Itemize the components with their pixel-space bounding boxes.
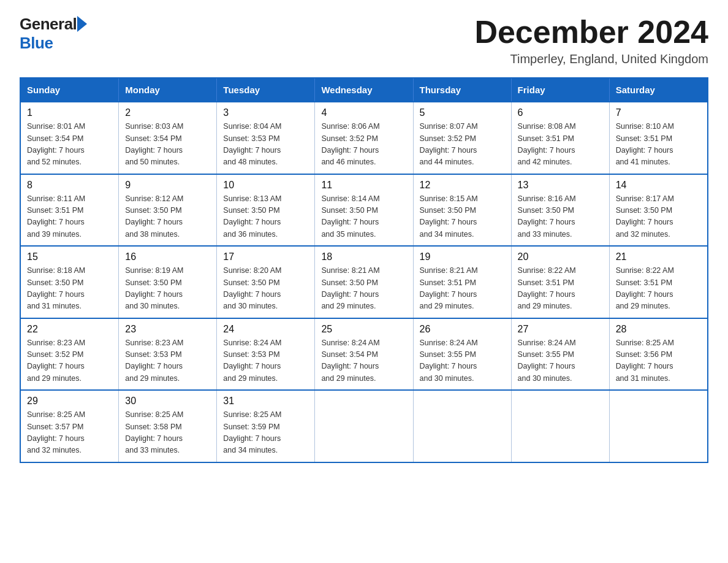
day-of-week-header: Saturday xyxy=(609,78,708,102)
calendar-day-cell: 13Sunrise: 8:16 AMSunset: 3:50 PMDayligh… xyxy=(511,174,609,247)
calendar-day-cell: 20Sunrise: 8:22 AMSunset: 3:51 PMDayligh… xyxy=(511,246,609,318)
day-info: Sunrise: 8:17 AMSunset: 3:50 PMDaylight:… xyxy=(616,193,701,241)
day-number: 2 xyxy=(125,107,210,118)
day-number: 7 xyxy=(616,107,701,118)
logo-chevron-icon xyxy=(77,16,87,32)
day-of-week-header: Monday xyxy=(119,78,217,102)
day-info: Sunrise: 8:11 AMSunset: 3:51 PMDaylight:… xyxy=(27,193,112,241)
day-number: 13 xyxy=(518,180,603,191)
day-info: Sunrise: 8:13 AMSunset: 3:50 PMDaylight:… xyxy=(223,193,308,241)
day-number: 6 xyxy=(518,107,603,118)
logo: General Blue xyxy=(20,15,88,53)
calendar-week-row: 8Sunrise: 8:11 AMSunset: 3:51 PMDaylight… xyxy=(20,174,708,247)
day-number: 30 xyxy=(125,396,210,407)
day-of-week-header: Thursday xyxy=(413,78,511,102)
calendar-day-cell xyxy=(609,390,708,462)
calendar-week-row: 1Sunrise: 8:01 AMSunset: 3:54 PMDaylight… xyxy=(20,102,708,174)
calendar-day-cell: 12Sunrise: 8:15 AMSunset: 3:50 PMDayligh… xyxy=(413,174,511,247)
day-number: 14 xyxy=(616,180,701,191)
calendar-day-cell: 28Sunrise: 8:25 AMSunset: 3:56 PMDayligh… xyxy=(609,318,708,391)
day-info: Sunrise: 8:21 AMSunset: 3:51 PMDaylight:… xyxy=(420,265,505,313)
day-info: Sunrise: 8:19 AMSunset: 3:50 PMDaylight:… xyxy=(125,265,210,313)
day-info: Sunrise: 8:06 AMSunset: 3:52 PMDaylight:… xyxy=(321,121,406,169)
location: Timperley, England, United Kingdom xyxy=(474,52,708,66)
day-number: 24 xyxy=(223,324,308,335)
day-number: 15 xyxy=(27,251,112,262)
day-number: 8 xyxy=(27,180,112,191)
calendar-day-cell: 5Sunrise: 8:07 AMSunset: 3:52 PMDaylight… xyxy=(413,102,511,174)
day-info: Sunrise: 8:21 AMSunset: 3:50 PMDaylight:… xyxy=(321,265,406,313)
title-block: December 2024 Timperley, England, United… xyxy=(474,15,708,66)
calendar-day-cell: 11Sunrise: 8:14 AMSunset: 3:50 PMDayligh… xyxy=(315,174,413,247)
calendar-table: SundayMondayTuesdayWednesdayThursdayFrid… xyxy=(20,77,708,463)
day-number: 23 xyxy=(125,324,210,335)
day-number: 19 xyxy=(420,251,505,262)
day-number: 28 xyxy=(616,324,701,335)
day-number: 10 xyxy=(223,180,308,191)
day-info: Sunrise: 8:12 AMSunset: 3:50 PMDaylight:… xyxy=(125,193,210,241)
calendar-day-cell xyxy=(315,390,413,462)
calendar-day-cell: 16Sunrise: 8:19 AMSunset: 3:50 PMDayligh… xyxy=(119,246,217,318)
day-info: Sunrise: 8:25 AMSunset: 3:58 PMDaylight:… xyxy=(125,409,210,457)
calendar-day-cell: 24Sunrise: 8:24 AMSunset: 3:53 PMDayligh… xyxy=(217,318,315,391)
day-number: 12 xyxy=(420,180,505,191)
day-number: 20 xyxy=(518,251,603,262)
day-number: 22 xyxy=(27,324,112,335)
calendar-day-cell: 22Sunrise: 8:23 AMSunset: 3:52 PMDayligh… xyxy=(20,318,119,391)
day-number: 3 xyxy=(223,107,308,118)
day-number: 4 xyxy=(321,107,406,118)
day-number: 9 xyxy=(125,180,210,191)
day-info: Sunrise: 8:23 AMSunset: 3:53 PMDaylight:… xyxy=(125,337,210,385)
day-of-week-header: Wednesday xyxy=(315,78,413,102)
calendar-header-row: SundayMondayTuesdayWednesdayThursdayFrid… xyxy=(20,78,708,102)
day-of-week-header: Tuesday xyxy=(217,78,315,102)
calendar-day-cell xyxy=(511,390,609,462)
day-number: 21 xyxy=(616,251,701,262)
calendar-day-cell: 31Sunrise: 8:25 AMSunset: 3:59 PMDayligh… xyxy=(217,390,315,462)
calendar-day-cell: 3Sunrise: 8:04 AMSunset: 3:53 PMDaylight… xyxy=(217,102,315,174)
day-number: 11 xyxy=(321,180,406,191)
calendar-week-row: 15Sunrise: 8:18 AMSunset: 3:50 PMDayligh… xyxy=(20,246,708,318)
calendar-day-cell: 21Sunrise: 8:22 AMSunset: 3:51 PMDayligh… xyxy=(609,246,708,318)
calendar-day-cell: 23Sunrise: 8:23 AMSunset: 3:53 PMDayligh… xyxy=(119,318,217,391)
logo-general-text: General xyxy=(20,15,77,34)
calendar-day-cell: 17Sunrise: 8:20 AMSunset: 3:50 PMDayligh… xyxy=(217,246,315,318)
day-number: 29 xyxy=(27,396,112,407)
day-info: Sunrise: 8:10 AMSunset: 3:51 PMDaylight:… xyxy=(616,121,701,169)
day-info: Sunrise: 8:24 AMSunset: 3:54 PMDaylight:… xyxy=(321,337,406,385)
day-info: Sunrise: 8:22 AMSunset: 3:51 PMDaylight:… xyxy=(518,265,603,313)
logo-blue-text: Blue xyxy=(20,34,53,52)
day-number: 18 xyxy=(321,251,406,262)
day-info: Sunrise: 8:01 AMSunset: 3:54 PMDaylight:… xyxy=(27,121,112,169)
day-info: Sunrise: 8:22 AMSunset: 3:51 PMDaylight:… xyxy=(616,265,701,313)
day-info: Sunrise: 8:25 AMSunset: 3:57 PMDaylight:… xyxy=(27,409,112,457)
day-number: 5 xyxy=(420,107,505,118)
calendar-day-cell: 1Sunrise: 8:01 AMSunset: 3:54 PMDaylight… xyxy=(20,102,119,174)
day-info: Sunrise: 8:24 AMSunset: 3:55 PMDaylight:… xyxy=(518,337,603,385)
calendar-week-row: 29Sunrise: 8:25 AMSunset: 3:57 PMDayligh… xyxy=(20,390,708,462)
calendar-day-cell: 19Sunrise: 8:21 AMSunset: 3:51 PMDayligh… xyxy=(413,246,511,318)
day-number: 31 xyxy=(223,396,308,407)
month-title: December 2024 xyxy=(474,15,708,50)
day-info: Sunrise: 8:24 AMSunset: 3:55 PMDaylight:… xyxy=(420,337,505,385)
day-info: Sunrise: 8:24 AMSunset: 3:53 PMDaylight:… xyxy=(223,337,308,385)
calendar-day-cell: 27Sunrise: 8:24 AMSunset: 3:55 PMDayligh… xyxy=(511,318,609,391)
calendar-day-cell: 10Sunrise: 8:13 AMSunset: 3:50 PMDayligh… xyxy=(217,174,315,247)
calendar-day-cell: 30Sunrise: 8:25 AMSunset: 3:58 PMDayligh… xyxy=(119,390,217,462)
day-info: Sunrise: 8:15 AMSunset: 3:50 PMDaylight:… xyxy=(420,193,505,241)
calendar-day-cell: 9Sunrise: 8:12 AMSunset: 3:50 PMDaylight… xyxy=(119,174,217,247)
day-number: 26 xyxy=(420,324,505,335)
day-info: Sunrise: 8:04 AMSunset: 3:53 PMDaylight:… xyxy=(223,121,308,169)
day-info: Sunrise: 8:08 AMSunset: 3:51 PMDaylight:… xyxy=(518,121,603,169)
day-number: 17 xyxy=(223,251,308,262)
calendar-day-cell: 15Sunrise: 8:18 AMSunset: 3:50 PMDayligh… xyxy=(20,246,119,318)
day-info: Sunrise: 8:25 AMSunset: 3:56 PMDaylight:… xyxy=(616,337,701,385)
calendar-day-cell: 8Sunrise: 8:11 AMSunset: 3:51 PMDaylight… xyxy=(20,174,119,247)
calendar-day-cell: 6Sunrise: 8:08 AMSunset: 3:51 PMDaylight… xyxy=(511,102,609,174)
day-info: Sunrise: 8:07 AMSunset: 3:52 PMDaylight:… xyxy=(420,121,505,169)
day-of-week-header: Friday xyxy=(511,78,609,102)
day-info: Sunrise: 8:16 AMSunset: 3:50 PMDaylight:… xyxy=(518,193,603,241)
day-number: 27 xyxy=(518,324,603,335)
day-info: Sunrise: 8:25 AMSunset: 3:59 PMDaylight:… xyxy=(223,409,308,457)
calendar-day-cell: 7Sunrise: 8:10 AMSunset: 3:51 PMDaylight… xyxy=(609,102,708,174)
